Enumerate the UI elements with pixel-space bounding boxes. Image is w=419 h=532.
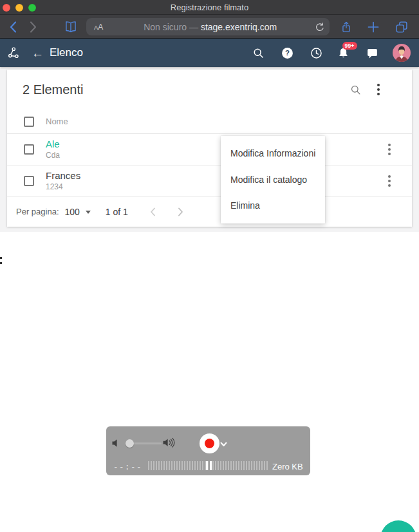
app-header: ← Elenco ? 99+ (0, 39, 419, 67)
reading-list-button[interactable] (62, 15, 80, 39)
help-icon: ? (281, 46, 294, 60)
chevron-left-icon (11, 22, 15, 32)
audio-level-indicator (206, 461, 212, 470)
list-search-button[interactable] (349, 84, 362, 96)
table-row[interactable]: Frances 1234 (7, 166, 412, 197)
reload-icon (315, 22, 324, 32)
select-all-checkbox[interactable] (24, 117, 34, 127)
address-text: Non sicuro — stage.exentriq.com (106, 22, 315, 32)
mute-button[interactable] (112, 439, 120, 448)
chevron-left-icon (150, 207, 156, 216)
screen-recorder-panel: --:-- Zero KB (106, 426, 310, 475)
window-titlebar: Registrazione filmato (0, 0, 419, 15)
url-text: stage.exentriq.com (201, 22, 277, 32)
forward-button[interactable] (26, 15, 40, 39)
menu-item-edit-info[interactable]: Modifica Informazioni (221, 140, 325, 167)
next-page-button[interactable] (178, 207, 183, 216)
notifications-button[interactable]: 99+ (333, 39, 353, 67)
record-file-size: Zero KB (272, 462, 303, 471)
table-header-row: Nome (7, 109, 412, 134)
left-edge-artifact (0, 257, 2, 265)
notification-badge: 99+ (342, 42, 357, 50)
reader-options-button[interactable]: AA (91, 23, 106, 32)
book-icon (64, 20, 78, 34)
security-label: Non sicuro — (144, 22, 198, 32)
add-fab-button[interactable] (380, 520, 416, 532)
row-name-link[interactable]: Ale (46, 139, 387, 150)
share-button[interactable] (338, 15, 355, 39)
search-icon (349, 84, 362, 96)
record-dot-icon (205, 439, 214, 448)
list-menu-button[interactable] (376, 82, 381, 97)
record-options-button[interactable] (220, 442, 227, 447)
back-nav-label: Elenco (50, 46, 83, 59)
hub-icon (7, 46, 20, 59)
record-time: --:-- (113, 462, 142, 471)
row-subtitle: Cda (46, 151, 387, 160)
history-button[interactable] (306, 39, 326, 67)
clock-icon (310, 46, 323, 60)
list-card: 2 Elementi Nome Ale Cda Frances (7, 70, 412, 227)
svg-text:?: ? (285, 49, 290, 57)
chat-icon (366, 46, 379, 60)
reload-button[interactable] (315, 22, 324, 32)
page-status: 1 of 1 (106, 207, 128, 217)
chevron-right-icon (178, 207, 183, 216)
traffic-lights (3, 0, 36, 15)
volume-max-button[interactable] (163, 437, 176, 448)
search-button[interactable] (248, 39, 268, 67)
back-nav[interactable]: ← Elenco (32, 46, 83, 59)
plus-icon (368, 21, 379, 33)
card-header: 2 Elementi (7, 70, 412, 109)
row-checkbox[interactable] (24, 144, 34, 155)
row-subtitle: 1234 (46, 182, 387, 191)
tabs-icon (395, 20, 409, 34)
speaker-muted-icon (112, 439, 120, 448)
card-title: 2 Elementi (23, 82, 349, 97)
address-bar[interactable]: AA Non sicuro — stage.exentriq.com (86, 18, 330, 35)
tab-overview-button[interactable] (393, 15, 411, 39)
row-name[interactable]: Frances (46, 171, 387, 182)
back-arrow-icon: ← (32, 47, 44, 59)
window-title: Registrazione filmato (171, 3, 248, 12)
row-menu-button[interactable] (387, 142, 392, 157)
row-checkbox[interactable] (24, 176, 34, 186)
search-icon (252, 46, 265, 60)
avatar-icon (393, 44, 411, 62)
volume-slider-knob[interactable] (126, 439, 134, 448)
zoom-button[interactable] (28, 4, 36, 12)
browser-toolbar: AA Non sicuro — stage.exentriq.com (0, 15, 419, 39)
record-button[interactable] (200, 433, 219, 453)
pagination-bar: Per pagina: 100 1 of 1 (7, 197, 412, 226)
screen: Registrazione filmato AA Non sicuro — st… (0, 0, 419, 532)
new-tab-button[interactable] (365, 15, 382, 39)
context-menu: Modifica Informazioni Modifica il catalo… (221, 136, 325, 223)
prev-page-button[interactable] (150, 207, 156, 216)
help-button[interactable]: ? (277, 39, 297, 67)
speaker-loud-icon (163, 437, 176, 448)
chat-button[interactable] (362, 39, 382, 67)
audio-level-meter (148, 461, 268, 470)
menu-item-delete[interactable]: Elimina (221, 193, 325, 219)
table-row[interactable]: Ale Cda (7, 134, 412, 166)
menu-item-edit-catalog[interactable]: Modifica il catalogo (221, 167, 325, 193)
minimize-button[interactable] (15, 4, 23, 12)
apps-hub-button[interactable] (7, 46, 20, 59)
row-menu-button[interactable] (387, 174, 392, 188)
share-icon (340, 19, 353, 35)
caret-down-icon (86, 211, 91, 214)
per-page-select[interactable]: 100 (65, 207, 91, 217)
per-page-label: Per pagina: (16, 207, 59, 216)
chevron-down-icon (220, 442, 227, 447)
back-button[interactable] (6, 15, 20, 39)
chevron-right-icon (31, 22, 35, 32)
close-button[interactable] (3, 4, 10, 12)
column-header-name: Nome (46, 117, 68, 126)
user-avatar[interactable] (390, 39, 413, 67)
